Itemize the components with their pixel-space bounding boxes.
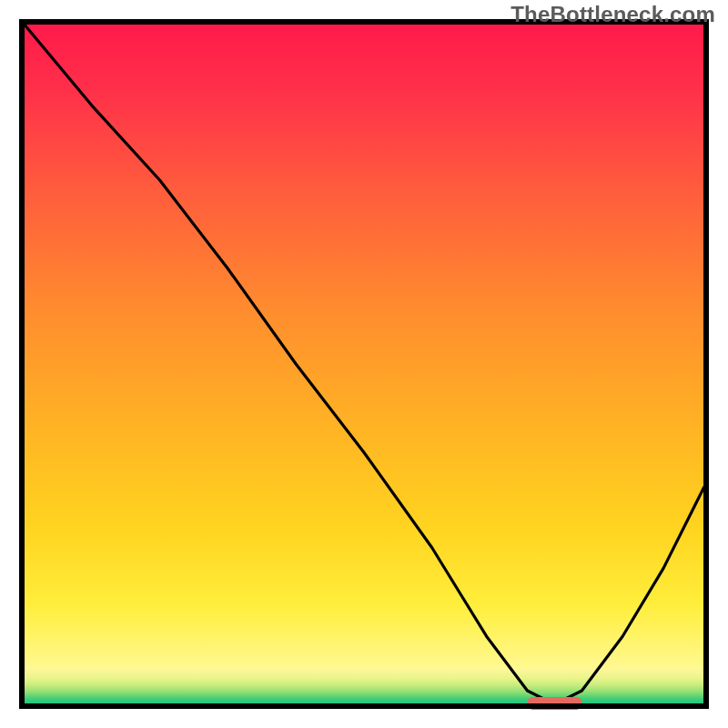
watermark-text: TheBottleneck.com — [511, 2, 715, 27]
plot-area — [24, 24, 704, 710]
chart-container: TheBottleneck.com — [0, 0, 728, 728]
gradient-background-upper — [24, 24, 704, 670]
gradient-background-lower — [24, 670, 704, 704]
bottleneck-chart — [0, 0, 728, 728]
